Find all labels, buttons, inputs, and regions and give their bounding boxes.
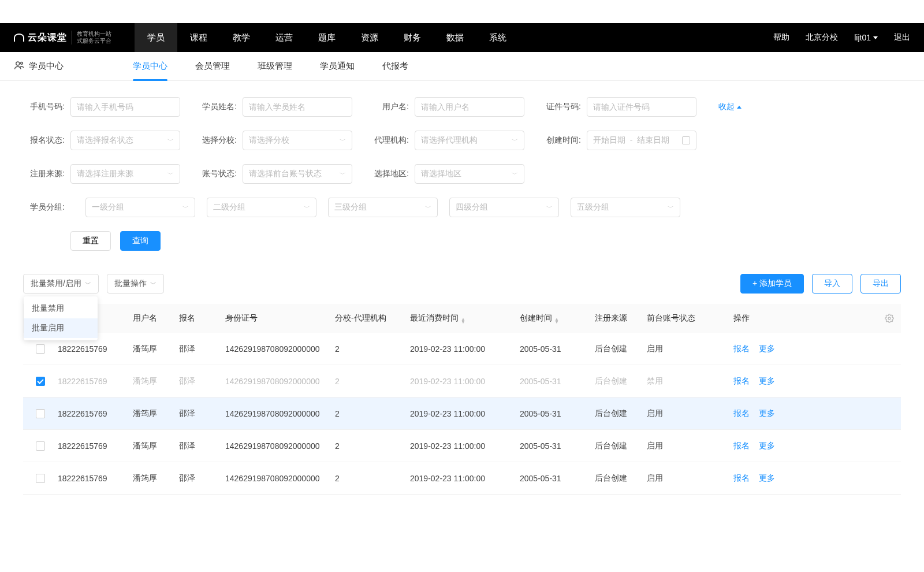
idno-input[interactable] xyxy=(587,97,696,117)
cell-user: 潘筠厚 xyxy=(133,408,179,419)
filter-panel: 手机号码: 学员姓名: 用户名: 证件号码: 收起 报名状态: xyxy=(0,81,924,257)
cell-branch: 2 xyxy=(335,344,410,354)
table-row[interactable]: 18222615769潘筠厚邵泽142629198708092000000220… xyxy=(23,462,901,495)
cell-ops: 报名更多 xyxy=(722,408,878,419)
row-checkbox[interactable] xyxy=(36,474,45,483)
cell-ops: 报名更多 xyxy=(722,473,878,484)
subnav-tab-4[interactable]: 代报考 xyxy=(382,54,408,79)
gear-icon[interactable] xyxy=(878,314,901,323)
cell-status: 禁用 xyxy=(647,376,722,387)
row-reg-link[interactable]: 报名 xyxy=(733,441,750,450)
row-checkbox[interactable] xyxy=(36,344,45,354)
row-reg-link[interactable]: 报名 xyxy=(733,473,750,482)
topnav-item-5[interactable]: 资源 xyxy=(348,23,391,52)
chevron-down-icon: ﹀ xyxy=(512,136,518,145)
branch-label: 选择分校: xyxy=(195,135,237,146)
region-label: 选择地区: xyxy=(367,169,409,179)
col-branch: 分校-代理机构 xyxy=(335,313,410,324)
group-select-1[interactable]: 一级分组﹀ xyxy=(85,198,195,217)
cell-branch: 2 xyxy=(335,441,410,451)
subnav-tab-2[interactable]: 班级管理 xyxy=(258,54,292,79)
col-created[interactable]: 创建时间▲▼ xyxy=(520,313,595,324)
reset-button[interactable]: 重置 xyxy=(70,231,111,251)
subnav-tab-0[interactable]: 学员中心 xyxy=(133,54,167,79)
bulk-toggle-menu: 批量禁用 批量启用 xyxy=(24,296,98,340)
created-date-range[interactable]: 开始日期 - 结束日期 xyxy=(587,131,696,150)
row-checkbox[interactable] xyxy=(36,409,45,418)
cell-branch: 2 xyxy=(335,409,410,418)
table-row[interactable]: 18222615769潘筠厚邵泽142629198708092000000220… xyxy=(23,430,901,462)
subnav-tab-3[interactable]: 学员通知 xyxy=(320,54,355,79)
row-more-link[interactable]: 更多 xyxy=(759,408,775,418)
acctstatus-label: 账号状态: xyxy=(195,169,237,179)
cell-status: 启用 xyxy=(647,473,722,484)
regstatus-select[interactable]: 请选择报名状态﹀ xyxy=(70,131,180,150)
import-button[interactable]: 导入 xyxy=(812,274,852,294)
username-input[interactable] xyxy=(415,97,524,117)
chevron-down-icon: ﹀ xyxy=(340,170,346,179)
table-row[interactable]: 18222615769潘筠厚邵泽142629198708092000000220… xyxy=(23,365,901,398)
branch-label[interactable]: 北京分校 xyxy=(806,32,838,43)
col-last[interactable]: 最近消费时间▲▼ xyxy=(410,313,520,324)
cell-status: 启用 xyxy=(647,441,722,451)
region-select[interactable]: 请选择地区﹀ xyxy=(415,164,524,184)
topnav-item-3[interactable]: 运营 xyxy=(263,23,305,52)
row-checkbox[interactable] xyxy=(36,441,45,451)
topnav-item-1[interactable]: 课程 xyxy=(177,23,220,52)
cell-id: 142629198708092000000 xyxy=(225,409,335,418)
action-bar: 批量禁用/启用 ﹀ 批量禁用 批量启用 批量操作 ﹀ + 添加学员 导入 导出 xyxy=(0,274,924,304)
cell-created: 2005-05-31 xyxy=(520,474,595,483)
cell-id: 142629198708092000000 xyxy=(225,344,335,354)
chevron-down-icon: ﹀ xyxy=(425,203,431,212)
topnav-item-6[interactable]: 财务 xyxy=(391,23,434,52)
row-more-link[interactable]: 更多 xyxy=(759,344,775,353)
topnav-item-4[interactable]: 题库 xyxy=(305,23,348,52)
topnav-item-8[interactable]: 系统 xyxy=(476,23,519,52)
help-link[interactable]: 帮助 xyxy=(773,32,789,43)
logo-brand: 云朵课堂 xyxy=(28,32,67,44)
group-select-4[interactable]: 四级分组﹀ xyxy=(449,198,559,217)
col-id: 身份证号 xyxy=(225,313,335,324)
export-button[interactable]: 导出 xyxy=(860,274,901,294)
acctstatus-select[interactable]: 请选择前台账号状态﹀ xyxy=(243,164,352,184)
username-label: 用户名: xyxy=(367,102,409,112)
group-select-2[interactable]: 二级分组﹀ xyxy=(207,198,316,217)
search-button[interactable]: 查询 xyxy=(120,231,161,251)
agency-select[interactable]: 请选择代理机构﹀ xyxy=(415,131,524,150)
branch-select[interactable]: 请选择分校﹀ xyxy=(243,131,352,150)
table-row[interactable]: 18222615769潘筠厚邵泽142629198708092000000220… xyxy=(23,333,901,365)
cell-branch: 2 xyxy=(335,377,410,386)
bulk-toggle-dropdown[interactable]: 批量禁用/启用 ﹀ 批量禁用 批量启用 xyxy=(23,274,99,294)
bulk-enable-item[interactable]: 批量启用 xyxy=(24,318,98,338)
row-more-link[interactable]: 更多 xyxy=(759,441,775,450)
logout-link[interactable]: 退出 xyxy=(894,32,910,43)
chevron-down-icon: ﹀ xyxy=(546,203,553,212)
subnav-tab-1[interactable]: 会员管理 xyxy=(195,54,230,79)
cell-last: 2019-02-23 11:00:00 xyxy=(410,409,520,418)
group-select-3[interactable]: 三级分组﹀ xyxy=(328,198,438,217)
bulk-ops-dropdown[interactable]: 批量操作 ﹀ xyxy=(107,274,164,294)
regsrc-select[interactable]: 请选择注册来源﹀ xyxy=(70,164,180,184)
bulk-disable-item[interactable]: 批量禁用 xyxy=(24,299,98,318)
topnav-item-2[interactable]: 教学 xyxy=(220,23,263,52)
cell-reg: 邵泽 xyxy=(179,473,225,484)
group-selects: 一级分组﹀二级分组﹀三级分组﹀四级分组﹀五级分组﹀ xyxy=(85,198,680,217)
cell-phone: 18222615769 xyxy=(58,474,133,483)
table-row[interactable]: 18222615769潘筠厚邵泽142629198708092000000220… xyxy=(23,398,901,430)
cell-reg: 邵泽 xyxy=(179,344,225,354)
user-menu[interactable]: lijt01 xyxy=(854,33,878,42)
topnav-item-0[interactable]: 学员 xyxy=(135,23,177,52)
group-select-5[interactable]: 五级分组﹀ xyxy=(571,198,680,217)
row-more-link[interactable]: 更多 xyxy=(759,376,775,385)
name-input[interactable] xyxy=(243,97,352,117)
phone-input[interactable] xyxy=(70,97,180,117)
collapse-toggle[interactable]: 收起 xyxy=(718,102,742,112)
row-reg-link[interactable]: 报名 xyxy=(733,376,750,385)
cell-created: 2005-05-31 xyxy=(520,377,595,386)
topnav-item-7[interactable]: 数据 xyxy=(434,23,476,52)
row-reg-link[interactable]: 报名 xyxy=(733,344,750,353)
add-student-button[interactable]: + 添加学员 xyxy=(740,274,804,294)
row-reg-link[interactable]: 报名 xyxy=(733,408,750,418)
row-more-link[interactable]: 更多 xyxy=(759,473,775,482)
row-checkbox[interactable] xyxy=(36,377,45,386)
